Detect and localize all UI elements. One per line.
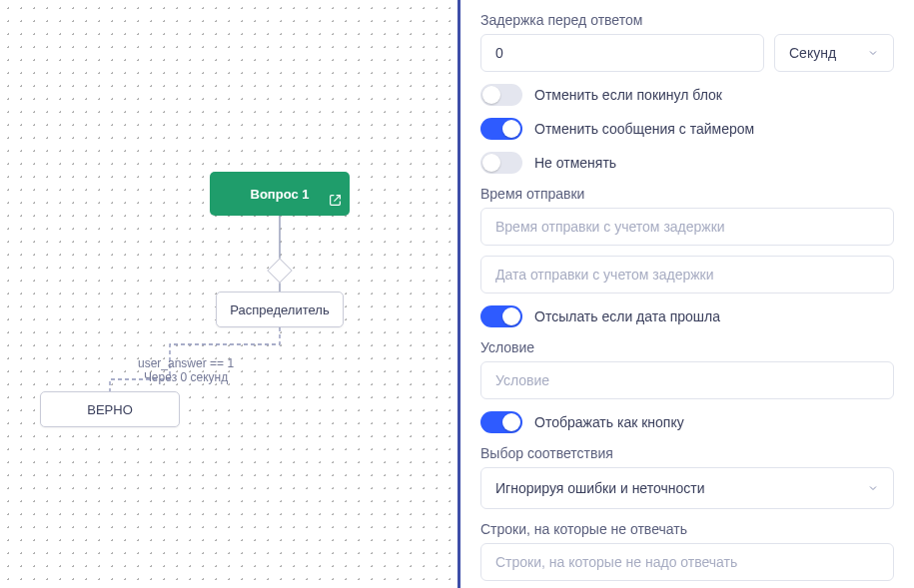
node-question[interactable]: Вопрос 1 — [210, 172, 350, 216]
node-correct-label: ВЕРНО — [87, 402, 133, 417]
node-router[interactable]: Распределитель — [216, 292, 344, 327]
edge-condition-text: user_answer == 1 — [138, 356, 234, 370]
node-question-label: Вопрос 1 — [251, 187, 310, 202]
delay-unit-select[interactable]: Секунд — [774, 34, 894, 72]
delay-unit-value: Секунд — [789, 45, 836, 61]
toggle-cancel-timer[interactable] — [480, 118, 522, 140]
settings-panel[interactable]: Задержка перед ответом Секунд Отменить е… — [457, 0, 914, 588]
send-time-label: Время отправки — [480, 186, 894, 202]
external-link-icon — [329, 194, 342, 210]
toggle-dont-cancel-label: Не отменять — [534, 155, 616, 171]
ignore-lines-label: Строки, на которые не отвечать — [480, 521, 894, 537]
delay-input[interactable] — [480, 34, 764, 72]
toggle-show-as-button[interactable] — [480, 411, 522, 433]
flow-canvas[interactable]: Вопрос 1 Распределитель user_answer == 1… — [0, 0, 457, 588]
delay-label: Задержка перед ответом — [480, 12, 894, 28]
toggle-cancel-timer-label: Отменить сообщения с таймером — [534, 121, 754, 137]
toggle-cancel-if-left[interactable] — [480, 84, 522, 106]
toggle-send-if-past-label: Отсылать если дата прошла — [534, 308, 720, 324]
chevron-down-icon — [867, 47, 879, 59]
condition-input[interactable] — [480, 361, 894, 399]
match-label: Выбор соответствия — [480, 445, 894, 461]
edge-delay-text: Через 0 секунд — [138, 370, 234, 384]
ignore-lines-input[interactable] — [480, 543, 894, 581]
node-correct[interactable]: ВЕРНО — [40, 391, 180, 427]
match-value: Игнорируя ошибки и неточности — [495, 480, 704, 496]
toggle-show-as-button-label: Отображать как кнопку — [534, 414, 684, 430]
match-select[interactable]: Игнорируя ошибки и неточности — [480, 467, 894, 509]
node-diamond[interactable] — [267, 258, 292, 283]
node-router-label: Распределитель — [230, 302, 329, 317]
toggle-cancel-if-left-label: Отменить если покинул блок — [534, 87, 722, 103]
toggle-dont-cancel[interactable] — [480, 152, 522, 174]
toggle-send-if-past[interactable] — [480, 305, 522, 327]
condition-label: Условие — [480, 339, 894, 355]
edge-condition-label: user_answer == 1 Через 0 секунд — [138, 356, 234, 384]
send-date-input[interactable] — [480, 256, 894, 294]
send-time-input[interactable] — [480, 208, 894, 246]
chevron-down-icon — [867, 482, 879, 494]
